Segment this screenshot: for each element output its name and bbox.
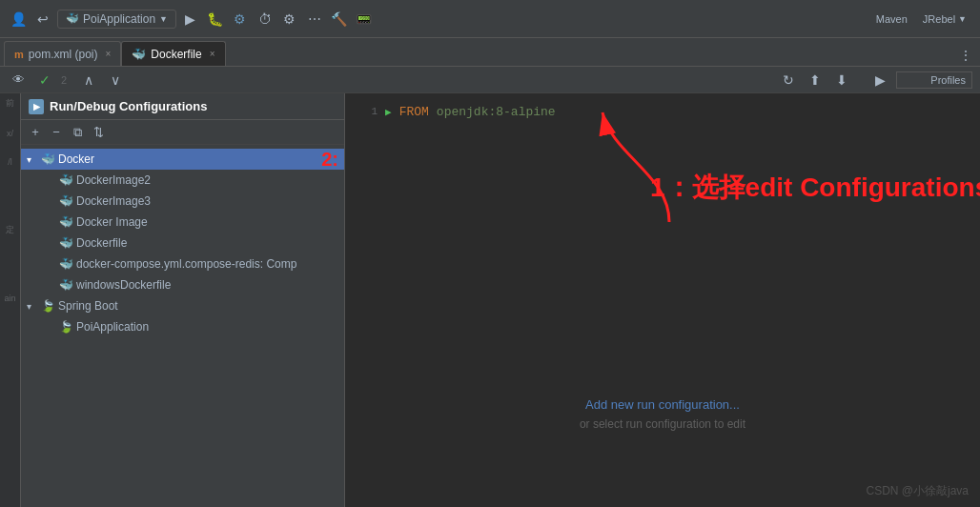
tree-item-dockercompose[interactable]: 🐳 docker-compose.yml.compose-redis: Comp <box>21 254 344 274</box>
dockercompose-icon: 🐳 <box>59 257 73 271</box>
pom-tab-icon: m <box>14 49 24 60</box>
checkmark-icon[interactable]: ✓ <box>34 70 55 91</box>
tree-item-docker[interactable]: ▾ 🐳 Docker 2: <box>21 149 344 170</box>
dockerfilechild-label: Dockerfile <box>76 236 338 250</box>
springboot-arrow-icon: ▾ <box>27 301 38 312</box>
remove-config-button[interactable]: − <box>48 124 65 141</box>
left-edge-label4: 定 <box>6 224 14 236</box>
dockerimage3-label: DockerImage3 <box>76 194 338 208</box>
run-config-label: PoiApplication <box>83 12 155 26</box>
dockerfile-tab-icon: 🐳 <box>132 48 146 61</box>
line-count: 2 <box>61 74 67 86</box>
add-config-link[interactable]: Add new run configuration... <box>585 397 740 412</box>
dockerfile-tab-close[interactable]: × <box>210 49 215 59</box>
download-icon[interactable]: ⬇ <box>831 70 852 91</box>
tab-more-button[interactable]: ⋮ <box>955 45 976 66</box>
dialog-title-text: Run/Debug Configurations <box>50 99 207 113</box>
code-area: 1 ▶ FROM openjdk:8-alpine <box>345 93 980 130</box>
pom-tab-label: pom.xml (poi) <box>29 48 98 61</box>
run-debug-dialog: ▶ Run/Debug Configurations + − ⧉ ⇅ ▾ 🐳 D… <box>21 93 345 507</box>
debug-button[interactable]: 🐛 <box>205 9 226 30</box>
profiles-button[interactable]: Profiles <box>896 71 972 89</box>
jrebel-arrow-icon: ▼ <box>958 14 967 24</box>
annotation-2: 2: <box>321 149 338 171</box>
sort-config-button[interactable]: ⇅ <box>90 124 107 141</box>
code-line-1: 1 ▶ FROM openjdk:8-alpine <box>358 101 967 122</box>
left-edge-label5: ain <box>4 294 15 303</box>
pom-tab-close[interactable]: × <box>105 49 111 59</box>
tree-item-dockerimage3[interactable]: 🐳 DockerImage3 <box>21 191 344 212</box>
run-arrow-icon: ▶ <box>385 106 392 118</box>
build-button[interactable]: 🔨 <box>329 9 350 30</box>
jrebel-button[interactable]: JRebel ▼ <box>917 11 972 27</box>
run-config-dropdown[interactable]: 🐳 PoiApplication ▼ <box>57 10 176 29</box>
dockerimage2-label: DockerImage2 <box>76 173 338 187</box>
profile-button[interactable]: ⏱ <box>255 9 276 30</box>
docker-group-label: Docker <box>58 152 309 166</box>
arrow-icon[interactable]: ↩ <box>32 9 53 30</box>
dialog-title: ▶ Run/Debug Configurations <box>21 93 344 120</box>
second-toolbar: 👁 ✓ 2 ∧ ∨ ↻ ⬆ ⬇ ▶ Profiles <box>0 67 980 93</box>
left-edge-label: 前 <box>6 97 14 110</box>
dockerfilechild-icon: 🐳 <box>59 236 73 250</box>
tab-bar: m pom.xml (poi) × 🐳 Dockerfile × ⋮ <box>0 38 980 67</box>
run-button[interactable]: ▶ <box>180 9 201 30</box>
annotation-text-1: 1：选择edit Configurations <box>650 170 980 206</box>
expand-icon[interactable]: ∧ <box>78 70 99 91</box>
tree-item-dockerimage2[interactable]: 🐳 DockerImage2 <box>21 170 344 191</box>
main-area: 前 x/ /l 定 ain ▶ Run/Debug Configurations… <box>0 93 980 507</box>
terminal-button[interactable]: 📟 <box>354 9 375 30</box>
top-toolbar: 👤 ↩ 🐳 PoiApplication ▼ ▶ 🐛 ⚙ ⏱ ⚙ ⋯ 🔨 📟 M… <box>0 0 980 38</box>
profiles-label: Profiles <box>930 74 966 86</box>
code-value-image: openjdk:8-alpine <box>437 105 556 119</box>
dialog-icon: ▶ <box>29 99 44 114</box>
left-edge: 前 x/ /l 定 ain <box>0 93 21 507</box>
tab-pom[interactable]: m pom.xml (poi) × <box>4 41 121 66</box>
dropdown-arrow-icon: ▼ <box>159 14 168 24</box>
copy-config-button[interactable]: ⧉ <box>69 124 86 141</box>
dockerfile-tab-label: Dockerfile <box>151 48 201 61</box>
dockercompose-label: docker-compose.yml.compose-redis: Comp <box>76 257 338 271</box>
jrebel-label: JRebel <box>923 13 955 25</box>
poiapplication-icon: 🍃 <box>59 320 73 334</box>
left-edge-label3: /l <box>8 157 12 167</box>
config-hint: or select run configuration to edit <box>580 417 745 431</box>
center-content: Add new run configuration... or select r… <box>345 397 980 431</box>
dialog-toolbar: + − ⧉ ⇅ <box>21 120 344 145</box>
poiapplication-label: PoiApplication <box>76 320 338 334</box>
dockerimage-icon: 🐳 <box>59 215 73 229</box>
coverage-button[interactable]: ⚙ <box>230 9 251 30</box>
maven-label: Maven <box>876 13 908 25</box>
docker-arrow-icon: ▾ <box>27 154 38 165</box>
tree-item-windowsdockerfile[interactable]: 🐳 windowsDockerfile <box>21 274 344 295</box>
watermark: CSDN @小徐敲java <box>866 483 969 499</box>
tab-dockerfile[interactable]: 🐳 Dockerfile × <box>121 41 225 66</box>
springboot-group-label: Spring Boot <box>58 299 338 313</box>
arrow-right-icon[interactable]: ▶ <box>869 70 890 91</box>
right-panel: 1 ▶ FROM openjdk:8-alpine 1：选择edit Confi… <box>345 93 980 507</box>
git-icon[interactable]: 👤 <box>8 9 29 30</box>
left-edge-label2: x/ <box>7 129 13 138</box>
tree-item-poiapplication[interactable]: 🍃 PoiApplication <box>21 316 344 337</box>
tree-item-dockerfilechild[interactable]: 🐳 Dockerfile <box>21 233 344 254</box>
windowsdockerfile-icon: 🐳 <box>59 278 73 292</box>
tree-item-springboot[interactable]: ▾ 🍃 Spring Boot <box>21 295 344 316</box>
maven-button[interactable]: Maven <box>870 11 913 27</box>
dockerimage3-icon: 🐳 <box>59 194 73 208</box>
more-button[interactable]: ⋯ <box>304 9 325 30</box>
upload-icon[interactable]: ⬆ <box>805 70 826 91</box>
settings-button[interactable]: ⚙ <box>279 9 300 30</box>
docker-group-icon: 🐳 <box>41 152 55 166</box>
dockerimage-label: Docker Image <box>76 215 338 229</box>
code-keyword-from: FROM <box>399 105 429 119</box>
reload-icon[interactable]: ↻ <box>778 70 799 91</box>
config-tree: ▾ 🐳 Docker 2: 🐳 DockerImage2 🐳 DockerIma… <box>21 145 344 507</box>
eye-icon[interactable]: 👁 <box>8 70 29 91</box>
windowsdockerfile-label: windowsDockerfile <box>76 278 338 292</box>
tree-item-dockerimage[interactable]: 🐳 Docker Image <box>21 212 344 233</box>
add-config-button[interactable]: + <box>27 124 44 141</box>
collapse-icon[interactable]: ∨ <box>105 70 126 91</box>
dockerimage2-icon: 🐳 <box>59 173 73 187</box>
line-number-1: 1 <box>358 106 378 117</box>
springboot-group-icon: 🍃 <box>41 299 55 313</box>
